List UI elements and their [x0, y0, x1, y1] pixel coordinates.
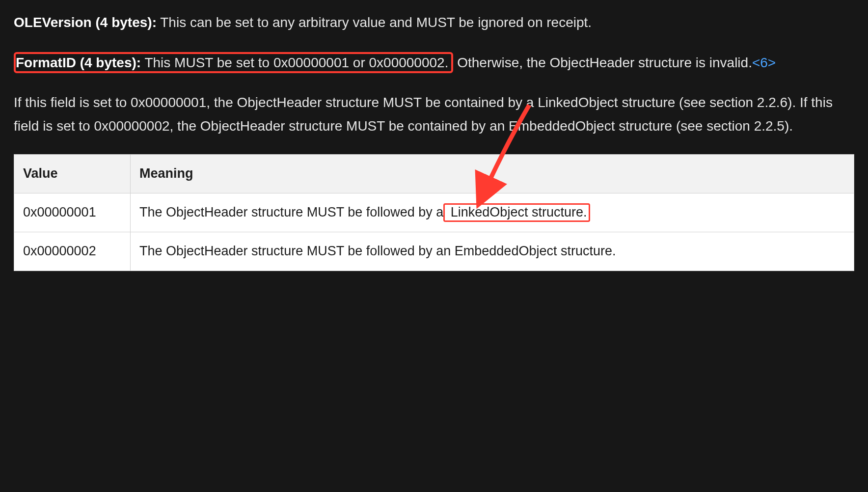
arrow-icon — [446, 103, 544, 216]
field-text-oleversion: This can be set to any arbitrary value a… — [157, 15, 592, 30]
field-name-oleversion: OLEVersion (4 bytes): — [14, 15, 157, 30]
field-name-formatid: FormatID (4 bytes): — [16, 55, 141, 70]
table-row: 0x00000002 The ObjectHeader structure MU… — [14, 232, 854, 271]
cell-value: 0x00000002 — [14, 232, 131, 271]
footnote-link-6[interactable]: <6> — [752, 55, 776, 70]
paragraph-formatid-details: If this field is set to 0x00000001, the … — [14, 91, 854, 137]
field-text-formatid-details: If this field is set to 0x00000001, the … — [14, 95, 833, 134]
field-text-formatid-rest: Otherwise, the ObjectHeader structure is… — [453, 55, 752, 70]
arrow-annotation — [446, 103, 544, 223]
document-body: OLEVersion (4 bytes): This can be set to… — [0, 0, 868, 291]
table-row: 0x00000001 The ObjectHeader structure MU… — [14, 193, 854, 232]
table-header-value: Value — [14, 155, 131, 193]
meaning-text-pre: The ObjectHeader structure MUST be follo… — [139, 244, 616, 258]
table-header-row: Value Meaning — [14, 155, 854, 193]
meaning-text-pre: The ObjectHeader structure MUST be follo… — [139, 205, 443, 219]
field-text-formatid-highlighted: This MUST be set to 0x00000001 or 0x0000… — [141, 55, 448, 70]
highlight-formatid: FormatID (4 bytes): This MUST be set to … — [14, 52, 453, 73]
paragraph-oleversion: OLEVersion (4 bytes): This can be set to… — [14, 11, 854, 34]
paragraph-formatid: FormatID (4 bytes): This MUST be set to … — [14, 51, 854, 75]
cell-meaning: The ObjectHeader structure MUST be follo… — [131, 232, 854, 271]
formatid-values-table: Value Meaning 0x00000001 The ObjectHeade… — [14, 154, 854, 271]
cell-value: 0x00000001 — [14, 193, 131, 232]
